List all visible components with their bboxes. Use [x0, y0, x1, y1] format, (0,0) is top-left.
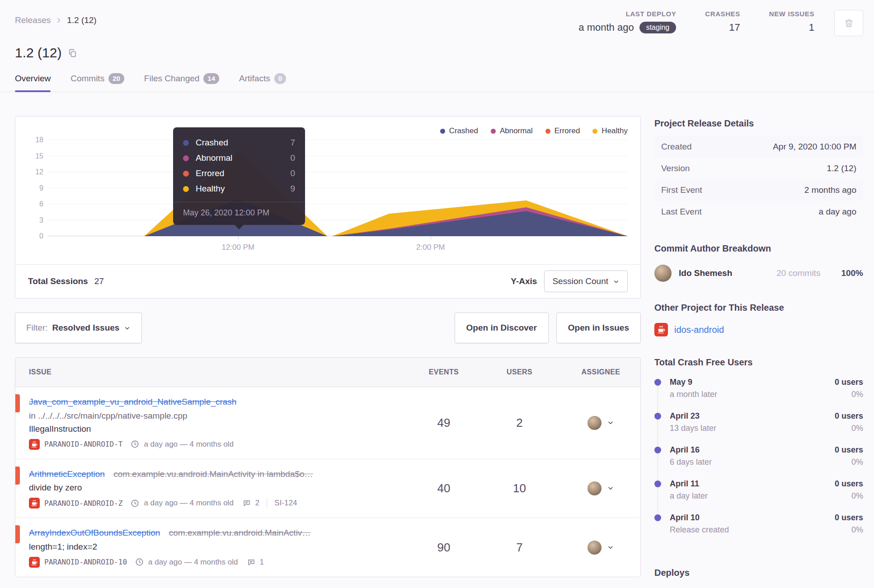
comments-count: 2 [255, 499, 259, 508]
errored-legend-dot [545, 129, 550, 134]
yaxis-selected-value: Session Count [552, 276, 608, 286]
breadcrumb-current: 1.2 (12) [67, 15, 96, 25]
detail-label: First Event [661, 185, 702, 195]
tooltip-errored-label: Errored [196, 168, 283, 178]
timeline-users: 0 users [835, 513, 863, 523]
java-project-icon [29, 439, 40, 450]
open-in-discover-button[interactable]: Open in Discover [455, 313, 549, 343]
assignee-avatar [587, 481, 601, 495]
project-slug[interactable]: PARANOID-ANDROID-Z [44, 499, 122, 508]
issue-events-count: 40 [410, 481, 478, 495]
clock-icon [131, 440, 139, 448]
tab-overview[interactable]: Overview [15, 73, 51, 92]
issue-age: a day ago — 4 months old [144, 499, 233, 508]
release-stats: LAST DEPLOY a month ago staging CRASHES … [578, 10, 863, 36]
clock-icon [131, 499, 139, 508]
x-axis-tick [238, 236, 239, 239]
legend-item-healthy[interactable]: Healthy [592, 126, 628, 135]
detail-label: Version [661, 163, 690, 173]
assignee-selector[interactable] [561, 481, 640, 495]
tab-files-changed-label: Files Changed [144, 74, 200, 84]
issue-title-link[interactable]: Java_com_example_vu_android_NativeSample… [29, 397, 236, 406]
x-axis-labels: 12:00 PM2:00 PM [48, 236, 628, 254]
tab-files-changed[interactable]: Files Changed 14 [144, 73, 219, 92]
timeline-subtitle: Release created [670, 525, 835, 535]
timeline-percent: 0% [835, 491, 863, 501]
tab-commits[interactable]: Commits 20 [70, 73, 124, 92]
timeline-users: 0 users [835, 411, 863, 421]
tab-overview-label: Overview [15, 74, 51, 84]
total-sessions-value: 27 [94, 276, 104, 286]
area-series-crashed [48, 199, 628, 236]
timeline-date: April 16 [670, 445, 835, 455]
issue-title-link[interactable]: ArrayIndexOutOfBoundsException [29, 528, 160, 537]
legend-item-crashed[interactable]: Crashed [440, 126, 478, 135]
healthy-legend-dot [592, 129, 597, 134]
assignee-selector[interactable] [561, 416, 640, 430]
section-heading: Deploys [654, 568, 863, 578]
timeline-item: April 23 13 days later 0 users 0% [654, 411, 863, 445]
tab-artifacts-label: Artifacts [239, 74, 270, 84]
open-in-issues-button[interactable]: Open in Issues [556, 313, 641, 343]
delete-release-button[interactable] [834, 10, 863, 36]
errored-dot-icon [183, 171, 189, 177]
java-project-icon [29, 557, 40, 568]
chevron-down-icon [607, 419, 614, 426]
yaxis-select[interactable]: Session Count [544, 271, 628, 292]
tooltip-errored-value: 0 [290, 168, 295, 178]
error-level-indicator [15, 525, 20, 543]
assignee-selector[interactable] [561, 541, 640, 555]
column-header-issue: ISSUE [15, 368, 410, 376]
detail-value: Apr 9, 2020 10:00 PM [773, 142, 856, 152]
yaxis-label: Y-Axis [511, 276, 537, 286]
issue-title-link[interactable]: ArithmeticException [29, 469, 105, 479]
sessions-chart-card: Crashed Abnormal Errored Healthy [15, 116, 641, 299]
copy-version-button[interactable] [68, 48, 77, 58]
chart-plot-area [48, 140, 628, 236]
section-heading: Project Release Details [654, 118, 863, 129]
detail-label: Last Event [661, 207, 702, 217]
project-slug[interactable]: PARANOID-ANDROID-T [44, 440, 122, 448]
issue-message: divide by zero [29, 483, 401, 493]
legend-item-abnormal[interactable]: Abnormal [491, 126, 533, 135]
section-heading: Other Project for This Release [654, 303, 863, 313]
detail-value: 2 months ago [804, 185, 856, 195]
issues-filter-select[interactable]: Filter: Resolved Issues [15, 313, 142, 343]
crashed-legend-label: Crashed [449, 126, 478, 135]
detail-value: a day ago [819, 207, 856, 217]
abnormal-legend-dot [491, 129, 496, 134]
timeline-dot-icon [654, 413, 661, 420]
crashes-value: 17 [729, 22, 740, 33]
x-axis-tick [431, 236, 431, 239]
issue-message: length=1; index=2 [29, 542, 401, 552]
project-slug[interactable]: PARANOID-ANDROID-10 [44, 558, 127, 566]
assignee-avatar [587, 541, 601, 555]
trash-icon [844, 18, 854, 28]
author-percent: 100% [841, 268, 863, 278]
crashed-dot-icon [183, 140, 189, 146]
issue-users-count: 10 [478, 481, 561, 495]
tab-artifacts[interactable]: Artifacts 0 [239, 73, 286, 92]
legend-item-errored[interactable]: Errored [545, 126, 580, 135]
y-axis-labels: 0369121518 [15, 140, 43, 236]
y-axis-tick-label: 9 [39, 184, 43, 192]
breadcrumb-releases-link[interactable]: Releases [15, 15, 51, 25]
detail-row-version: Version 1.2 (12) [654, 158, 863, 179]
issue-age: a day ago — 4 months old [144, 440, 233, 449]
sidebar: Project Release Details Created Apr 9, 2… [654, 116, 863, 588]
other-project-link[interactable]: idos-android [674, 325, 724, 335]
deploys-section: Deploys [654, 568, 863, 578]
timeline-item: April 11 a day later 0 users 0% [654, 479, 863, 513]
y-axis-tick-label: 3 [39, 216, 43, 224]
author-avatar [654, 265, 672, 282]
issue-row-native-sample-crash: Java_com_example_vu_android_NativeSample… [15, 387, 640, 459]
detail-label: Created [661, 142, 692, 152]
commit-author-breakdown-section: Commit Author Breakdown Ido Shemesh 20 c… [654, 243, 863, 282]
column-header-events: EVENTS [410, 368, 478, 376]
last-deploy-value: a month ago [578, 22, 634, 33]
crashes-label: CRASHES [705, 10, 740, 18]
chart-footer-bar: Total Sessions 27 Y-Axis Session Count [15, 264, 640, 298]
project-release-details-section: Project Release Details Created Apr 9, 2… [654, 118, 863, 223]
timeline-percent: 0% [835, 525, 863, 535]
detail-row-last-event: Last Event a day ago [654, 201, 863, 223]
